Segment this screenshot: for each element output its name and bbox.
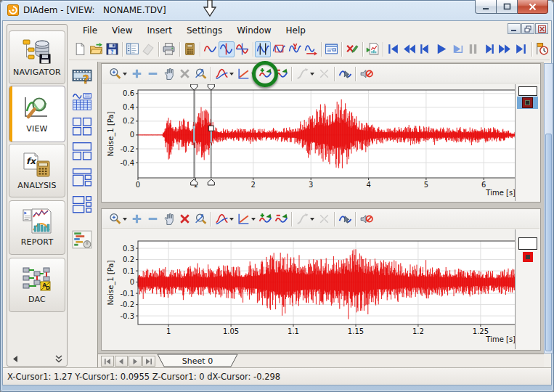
menu-settings[interactable]: Settings <box>180 24 229 37</box>
play-button[interactable] <box>433 41 449 57</box>
chart-1-legend-item[interactable] <box>517 97 538 109</box>
transfer-to-report-button[interactable] <box>364 41 380 57</box>
scaleline-icon <box>237 67 250 81</box>
menu-view[interactable]: View <box>105 24 139 37</box>
chart-2-plot[interactable]: 11.051.11.151.21.250.30.20.10-0.1-0.2-0.… <box>103 229 518 347</box>
play-visible-area-button[interactable] <box>449 41 465 57</box>
data-portal-button[interactable] <box>124 41 140 57</box>
peak-search-button[interactable] <box>287 41 303 57</box>
pan-button[interactable] <box>160 66 176 82</box>
jump-to-end-button[interactable] <box>513 41 529 57</box>
floppy-icon: ? <box>105 42 119 56</box>
sidebar-item-dac[interactable]: ADDAC <box>9 258 65 312</box>
dropdown-arrow-icon[interactable] <box>251 218 256 221</box>
dropdown-arrow-icon[interactable] <box>123 73 127 75</box>
layout-2x2-button[interactable] <box>71 115 93 137</box>
zoom-original-button[interactable] <box>192 66 208 82</box>
chart-2-legend-item[interactable] <box>517 250 538 263</box>
curve-pointer-button[interactable] <box>337 211 353 227</box>
dropdown-arrow-icon[interactable] <box>229 73 234 75</box>
calculator-button[interactable] <box>182 41 197 57</box>
sidebar-collapse-icon[interactable] <box>54 354 64 363</box>
pan-button[interactable] <box>160 211 176 227</box>
print-button[interactable] <box>161 41 177 57</box>
dropdown-arrow-icon[interactable] <box>123 218 127 221</box>
undo-zoom-button[interactable] <box>176 211 192 227</box>
zoom-original-button[interactable] <box>192 211 208 227</box>
sound-off-button[interactable] <box>358 211 374 227</box>
close-button[interactable] <box>518 0 548 14</box>
axis-scaling-button[interactable] <box>235 66 257 82</box>
layout-mixed-button[interactable] <box>71 194 93 216</box>
chart-1-plot[interactable]: 01234560.60.40.20-0.2-0.4Time [s]Noise_1… <box>103 84 518 199</box>
layout-left-full-button[interactable] <box>71 166 93 188</box>
add-curve-button[interactable] <box>257 66 273 82</box>
minimize-button[interactable] <box>475 0 497 14</box>
svg-text:-0.2: -0.2 <box>120 145 134 153</box>
menu-window[interactable]: Window <box>230 24 277 37</box>
last-sheet-button[interactable] <box>142 356 155 367</box>
add-curve-button[interactable] <box>257 211 273 227</box>
sidebar-item-view[interactable]: VIEW <box>9 86 65 142</box>
vertical-scrollbar[interactable] <box>544 63 553 354</box>
scrollbar-thumb[interactable] <box>545 134 552 351</box>
sidebar-item-navigator[interactable]: NAVIGATOR <box>9 30 65 84</box>
save-layout-button[interactable]: ? <box>104 41 120 57</box>
first-sheet-button[interactable] <box>101 356 114 367</box>
flag-function-button <box>294 66 316 82</box>
measurement-cursor-clock-button[interactable] <box>534 41 550 57</box>
display-options-button[interactable] <box>323 41 339 57</box>
channel-grid-panel-button[interactable] <box>71 91 93 113</box>
fast-rewind-button[interactable] <box>402 41 417 57</box>
maximize-button[interactable] <box>497 0 518 14</box>
menu-file[interactable]: File <box>76 24 104 37</box>
layout-top-full-button[interactable] <box>71 140 93 162</box>
mdi-minimize-button[interactable] <box>508 23 521 34</box>
sound-off-button[interactable] <box>358 66 374 82</box>
free-cursor-button[interactable] <box>203 41 219 57</box>
curve-fit-button[interactable] <box>213 211 235 227</box>
curve-pointer-button[interactable] <box>337 66 353 82</box>
open-layout-button[interactable] <box>88 41 104 57</box>
dropdown-arrow-icon[interactable] <box>251 73 256 75</box>
next-sheet-button[interactable] <box>129 356 142 367</box>
dropdown-arrow-icon[interactable] <box>310 73 314 75</box>
fast-forward-button[interactable] <box>497 41 513 57</box>
zoom-in-button[interactable] <box>129 211 144 227</box>
crosshair-cursor-button[interactable] <box>235 41 250 57</box>
sidebar-scroll-left-icon[interactable] <box>10 354 20 363</box>
shift-curve-button[interactable] <box>303 41 319 57</box>
new-layout-button[interactable] <box>72 41 88 57</box>
titlebar[interactable]: DIAdem - [VIEW: NONAME.TDV] <box>0 0 554 20</box>
chart-2-axis-box[interactable] <box>518 237 537 250</box>
menu-help[interactable]: Help <box>280 24 312 37</box>
tab-sheet-0[interactable]: Sheet 0 <box>156 354 240 368</box>
mdi-close-button[interactable] <box>535 23 548 34</box>
curve-fit-button[interactable] <box>213 66 235 82</box>
previous-sheet-button[interactable] <box>115 356 128 367</box>
delete-flagged-points-button[interactable] <box>344 41 360 57</box>
step-forward-button[interactable] <box>481 41 497 57</box>
zoom-mode-button[interactable] <box>107 211 129 227</box>
dropdown-arrow-icon[interactable] <box>310 218 314 221</box>
remove-curve-button[interactable] <box>273 211 289 227</box>
jump-to-start-button[interactable] <box>386 41 402 57</box>
video-panel-button[interactable]: ? <box>71 65 93 86</box>
menu-insert[interactable]: Insert <box>141 24 179 37</box>
step-back-button[interactable] <box>417 41 433 57</box>
zoom-in-button[interactable] <box>129 66 144 82</box>
zoom-out-button[interactable] <box>144 211 160 227</box>
dropdown-arrow-icon[interactable] <box>229 218 234 221</box>
sidebar-item-analysis[interactable]: fxANALYSIS <box>9 144 65 197</box>
sidebar-item-report[interactable]: REPORT <box>9 200 65 255</box>
chart-1-axis-box[interactable] <box>518 86 537 96</box>
remove-curve-button[interactable] <box>273 66 289 82</box>
zoom-mode-button[interactable] <box>107 66 129 82</box>
axis-scaling-button[interactable] <box>235 211 257 227</box>
script-dialog-panel-button[interactable] <box>71 229 93 250</box>
zoom-band-button[interactable] <box>255 41 271 57</box>
zoom-frame-button[interactable] <box>271 41 287 57</box>
zoom-out-button[interactable] <box>144 66 160 82</box>
mdi-restore-button[interactable] <box>521 23 534 34</box>
band-cursor-button[interactable] <box>219 41 235 57</box>
